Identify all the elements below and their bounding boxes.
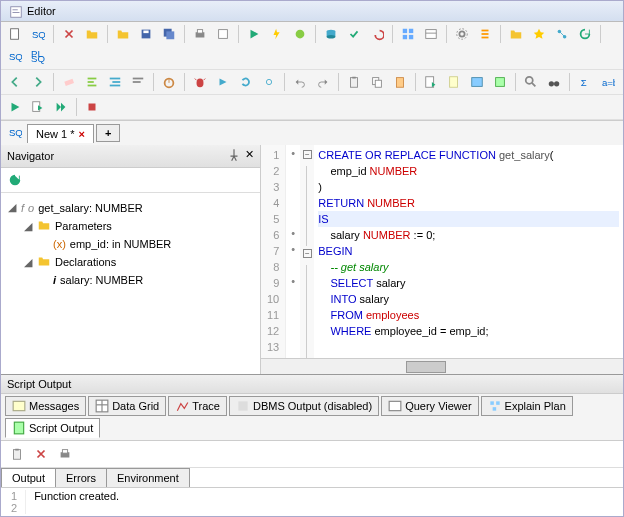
tab-trace[interactable]: Trace [168,396,227,416]
find-icon[interactable] [521,72,541,92]
yellow-doc-icon[interactable] [444,72,464,92]
fold-toggle-icon[interactable]: − [303,249,312,258]
preview-icon[interactable] [213,24,233,44]
tree-decls[interactable]: ◢ Declarations [23,252,254,272]
redo-icon[interactable] [313,72,333,92]
run-all-icon[interactable] [51,97,71,117]
tree-decl-salary[interactable]: i salary: NUMBER [39,272,254,288]
tree-param-empid[interactable]: (x) emp_id: in NUMBER [39,236,254,252]
tab-dbms-output[interactable]: DBMS Output (disabled) [229,396,379,416]
tab-query-viewer[interactable]: Query Viewer [381,396,478,416]
tool-icon[interactable] [290,24,310,44]
commit-icon[interactable] [344,24,364,44]
svg-rect-55 [496,78,505,87]
open-folder-icon[interactable] [82,24,102,44]
code-editor[interactable]: 1234 5678 9101112 13141516 • •• • •• − − [261,145,623,374]
tab-add-button[interactable]: + [96,124,120,142]
tree-params[interactable]: ◢ Parameters [23,216,254,236]
open-output-icon[interactable] [506,24,526,44]
nav-back-icon[interactable] [5,72,25,92]
decls-label: Declarations [55,256,116,268]
svg-rect-38 [112,81,120,83]
svg-rect-70 [389,401,401,410]
svg-text:a=b: a=b [602,77,615,88]
loop-icon[interactable] [236,72,256,92]
out-red-x-icon[interactable] [31,444,51,464]
horizontal-scrollbar[interactable] [261,358,623,374]
svg-point-59 [554,81,559,86]
grid-icon[interactable] [398,24,418,44]
script-exec-icon[interactable] [421,72,441,92]
table-icon[interactable] [421,24,441,44]
code-text-area[interactable]: CREATE OR REPLACE FUNCTION get_salary( e… [314,145,623,358]
collapse-icon[interactable]: ◢ [23,220,33,233]
run-script-icon[interactable] [28,97,48,117]
db-icon[interactable] [321,24,341,44]
tab-new1[interactable]: New 1 * × [27,124,94,143]
svg-rect-10 [197,30,202,34]
out-clipboard-icon[interactable] [7,444,27,464]
svg-point-22 [459,31,464,36]
sql-script-icon[interactable]: SQL [5,47,25,67]
clipboard-icon[interactable] [344,72,364,92]
copy-icon[interactable] [367,72,387,92]
out-print-icon[interactable] [55,444,75,464]
collapse-icon[interactable]: ◢ [23,256,33,269]
gear-icon[interactable] [452,24,472,44]
tab-close-icon[interactable]: × [79,128,85,140]
svg-rect-74 [14,422,23,434]
compare-icon[interactable]: a=b [598,72,618,92]
tab-data-grid[interactable]: Data Grid [88,396,166,416]
paste-icon[interactable] [390,72,410,92]
step-icon[interactable] [213,72,233,92]
folder-icon[interactable] [113,24,133,44]
tab-explain-plan[interactable]: Explain Plan [481,396,573,416]
table-data-icon[interactable] [467,72,487,92]
new-file-icon[interactable] [5,24,25,44]
svg-rect-50 [375,80,381,87]
pin-icon[interactable] [227,148,241,164]
subtab-environment[interactable]: Environment [106,468,190,487]
format-icon[interactable] [82,72,102,92]
eraser-icon[interactable] [59,72,79,92]
sigma-icon[interactable]: Σ [575,72,595,92]
subtab-errors[interactable]: Errors [55,468,107,487]
execute-icon[interactable] [244,24,264,44]
indent-icon[interactable] [105,72,125,92]
svg-line-46 [204,79,206,81]
subtab-output[interactable]: Output [1,468,56,487]
scroll-thumb[interactable] [406,361,446,373]
print-icon[interactable] [190,24,210,44]
run-icon[interactable] [5,97,25,117]
connect-icon[interactable] [552,24,572,44]
fold-toggle-icon[interactable]: − [303,150,312,159]
svg-line-57 [532,83,536,87]
nav-fwd-icon[interactable] [28,72,48,92]
refresh-icon[interactable] [575,24,595,44]
outdent-icon[interactable] [128,72,148,92]
bug-icon[interactable] [190,72,210,92]
rollback-icon[interactable] [367,24,387,44]
collapse-icon[interactable]: ◢ [7,201,17,214]
options-icon[interactable] [475,24,495,44]
tab-messages[interactable]: Messages [5,396,86,416]
plsql-icon[interactable]: PLSQL [28,47,48,67]
stop-icon[interactable] [82,97,102,117]
svg-rect-63 [89,104,96,111]
tree-root[interactable]: ◢ fo get_salary: NUMBER [7,199,254,216]
save-icon[interactable] [136,24,156,44]
link-icon[interactable] [259,72,279,92]
sql-icon[interactable]: SQL [28,24,48,44]
star-icon[interactable] [529,24,549,44]
cut-icon[interactable] [59,24,79,44]
nav-refresh-icon[interactable] [5,170,25,190]
tab-script-output[interactable]: Script Output [5,418,100,438]
close-panel-icon[interactable]: ✕ [245,148,254,164]
undo-icon[interactable] [290,72,310,92]
output-body: 12 Function created. [1,488,623,516]
timer-icon[interactable] [159,72,179,92]
lightning-icon[interactable] [267,24,287,44]
save-all-icon[interactable] [159,24,179,44]
schema-icon[interactable] [490,72,510,92]
binoculars-icon[interactable] [544,72,564,92]
